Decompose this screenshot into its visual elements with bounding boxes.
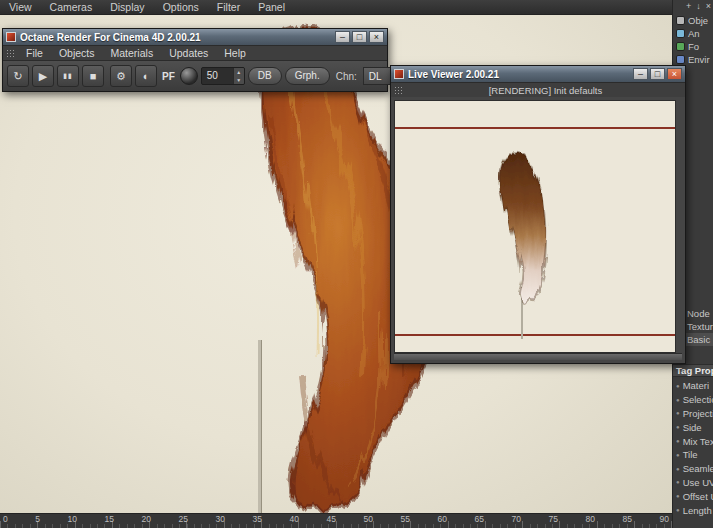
- tick-label: 90: [660, 515, 669, 524]
- render-canvas[interactable]: [394, 100, 676, 353]
- tag-properties-list: ● Materi ● Selection ● Projectio ● Side …: [673, 379, 713, 517]
- pause-icon[interactable]: ▮▮: [57, 65, 79, 87]
- menu-display[interactable]: Display: [101, 1, 153, 13]
- fur-object-icon: [676, 42, 685, 51]
- property-tile[interactable]: ● Tile: [673, 448, 713, 462]
- restart-render-icon[interactable]: ↻: [7, 65, 29, 87]
- object-label: Fo: [688, 41, 699, 52]
- tail-body: [499, 153, 546, 303]
- bullet-icon: ●: [676, 493, 680, 499]
- tick-label: 15: [105, 515, 114, 524]
- cube-object-icon: [676, 16, 685, 25]
- stand-pole-shadow: [261, 340, 262, 513]
- db-button[interactable]: DB: [248, 67, 282, 85]
- tick-label: 85: [623, 515, 632, 524]
- tick-label: 50: [364, 515, 373, 524]
- menu-filter[interactable]: Filter: [208, 1, 249, 13]
- close-button[interactable]: ×: [667, 68, 682, 80]
- octane-app-icon: [6, 32, 16, 42]
- bullet-icon: ●: [676, 424, 680, 430]
- object-item[interactable]: An: [673, 27, 713, 40]
- property-mix-texture[interactable]: ● Mix Textu: [673, 434, 713, 448]
- shading-mode-icon[interactable]: ◐: [135, 65, 157, 87]
- menu-panel[interactable]: Panel: [249, 1, 294, 13]
- tick-label: 20: [142, 515, 151, 524]
- octane-menu-materials[interactable]: Materials: [103, 47, 162, 59]
- spinner-arrows[interactable]: ▲ ▼: [233, 68, 244, 84]
- live-viewer-statusbar: [RENDERING] Init defaults: [391, 82, 685, 97]
- live-viewer-window: Live Viewer 2.00.21 – □ × [RENDERING] In…: [390, 65, 686, 364]
- property-label: Mix Textu: [683, 436, 713, 447]
- minimize-button[interactable]: –: [633, 68, 648, 80]
- tick-label: 70: [512, 515, 521, 524]
- viewport-dolly-icon[interactable]: ↓: [696, 1, 701, 11]
- octane-menu-objects[interactable]: Objects: [51, 47, 103, 59]
- tick-label: 0: [3, 515, 8, 524]
- render-status-text: [RENDERING] Init defaults: [406, 85, 685, 96]
- property-label: Seamless: [683, 463, 713, 474]
- property-offset-u[interactable]: ● Offset U: [673, 489, 713, 503]
- viewport-rotate-icon[interactable]: ×: [706, 1, 711, 11]
- material-ball-icon[interactable]: [180, 67, 198, 85]
- property-label: Length U: [683, 505, 713, 516]
- bullet-icon: ●: [676, 479, 680, 485]
- tick-label: 60: [438, 515, 447, 524]
- tick-label: 10: [68, 515, 77, 524]
- maximize-button[interactable]: □: [352, 31, 367, 43]
- viewport-menubar: View Cameras Display Options Filter Pane…: [0, 0, 672, 15]
- property-length-u[interactable]: ● Length U: [673, 503, 713, 517]
- tag-properties-header: Tag Prope: [673, 364, 713, 377]
- timeline-ruler[interactable]: 0 5 10 15 20 25 30 35 40 45 50 55 60 65 …: [0, 513, 672, 528]
- property-seamless[interactable]: ● Seamless: [673, 462, 713, 476]
- object-item[interactable]: Obje: [673, 14, 713, 27]
- animation-object-icon: [676, 29, 685, 38]
- menu-options[interactable]: Options: [154, 1, 208, 13]
- minimize-button[interactable]: –: [335, 31, 350, 43]
- property-label: Side: [683, 422, 702, 433]
- viewport-controls: + ↓ ×: [686, 1, 711, 11]
- property-label: Use UVW: [683, 477, 713, 488]
- close-button[interactable]: ×: [369, 31, 384, 43]
- live-viewer-app-icon: [394, 69, 404, 79]
- section-label: Node: [687, 308, 710, 319]
- object-label: An: [688, 28, 700, 39]
- property-label: Projectio: [683, 408, 713, 419]
- maximize-button[interactable]: □: [650, 68, 665, 80]
- tick-label: 30: [216, 515, 225, 524]
- property-material[interactable]: ● Materi: [673, 379, 713, 393]
- octane-menu-file[interactable]: File: [18, 47, 51, 59]
- property-side[interactable]: ● Side: [673, 420, 713, 434]
- play-icon[interactable]: ▶: [32, 65, 54, 87]
- octane-titlebar[interactable]: Octane Render For Cinema 4D 2.00.21 – □ …: [3, 29, 387, 45]
- live-viewer-footer: [394, 353, 682, 360]
- samples-value[interactable]: 50: [202, 68, 233, 84]
- property-projection[interactable]: ● Projectio: [673, 407, 713, 421]
- live-viewer-title: Live Viewer 2.00.21: [408, 69, 629, 80]
- stop-icon[interactable]: ■: [82, 65, 104, 87]
- spinner-down-icon[interactable]: ▼: [234, 76, 244, 84]
- channel-value: DL: [364, 71, 390, 82]
- live-viewer-titlebar[interactable]: Live Viewer 2.00.21 – □ ×: [391, 66, 685, 82]
- bullet-icon: ●: [676, 383, 680, 389]
- drag-grip-icon[interactable]: [394, 86, 403, 95]
- property-label: Tile: [683, 449, 698, 460]
- property-use-uvw[interactable]: ● Use UVW: [673, 476, 713, 490]
- drag-grip-icon[interactable]: [6, 49, 15, 58]
- graph-button[interactable]: Grph.: [285, 67, 330, 85]
- section-label: Textur: [687, 321, 713, 332]
- samples-spinner[interactable]: 50 ▲ ▼: [201, 67, 245, 85]
- pf-label: PF: [160, 71, 177, 82]
- spinner-up-icon[interactable]: ▲: [234, 68, 244, 76]
- menu-cameras[interactable]: Cameras: [41, 1, 102, 13]
- viewport-pan-icon[interactable]: +: [686, 1, 691, 11]
- live-render-tail: [493, 149, 551, 339]
- property-label: Selection: [683, 394, 713, 405]
- object-item[interactable]: Fo: [673, 40, 713, 53]
- tick-label: 65: [475, 515, 484, 524]
- octane-menu-help[interactable]: Help: [216, 47, 254, 59]
- property-selection[interactable]: ● Selection: [673, 393, 713, 407]
- octane-window-title: Octane Render For Cinema 4D 2.00.21: [20, 32, 331, 43]
- menu-view[interactable]: View: [0, 1, 41, 13]
- settings-gear-icon[interactable]: ⚙: [110, 65, 132, 87]
- octane-menu-updates[interactable]: Updates: [161, 47, 216, 59]
